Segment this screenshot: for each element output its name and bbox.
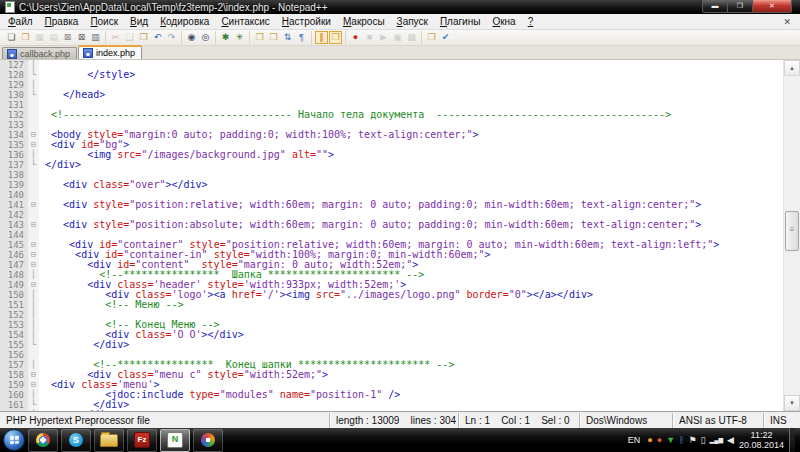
menu-item-Поиск[interactable]: Поиск xyxy=(84,14,124,29)
code-line[interactable]: 144 xyxy=(0,230,800,240)
line-number[interactable]: 135 xyxy=(0,140,28,150)
user-dialog-icon[interactable]: ❒ xyxy=(329,31,342,44)
code-line[interactable]: 127│ xyxy=(0,60,800,70)
macro-play-icon[interactable]: ▶ xyxy=(377,31,390,44)
scroll-down-arrow-icon[interactable]: ▼ xyxy=(784,395,800,411)
line-number[interactable]: 151 xyxy=(0,300,28,310)
line-number[interactable]: 150 xyxy=(0,290,28,300)
code-line[interactable]: 159⊟ <div class='menu'> xyxy=(0,380,800,390)
save-all-icon[interactable]: ▤ xyxy=(47,31,60,44)
line-number[interactable]: 158 xyxy=(0,370,28,380)
fold-collapse-icon[interactable]: ⊟ xyxy=(28,280,39,290)
power-icon[interactable]: ▯ xyxy=(701,430,706,450)
taskbar-explorer-button[interactable] xyxy=(94,429,124,452)
show-symbols-icon[interactable]: ¶ xyxy=(295,31,308,44)
find-icon[interactable]: ◉ xyxy=(185,31,198,44)
taskbar-notepadpp-button[interactable]: N xyxy=(160,429,190,452)
cut-icon[interactable]: ✂ xyxy=(109,31,122,44)
close-button[interactable]: ✕ xyxy=(753,0,792,13)
code-line[interactable]: 132 <!----------------------------------… xyxy=(0,110,800,120)
code-line[interactable]: 137└ </div> xyxy=(0,160,800,170)
code-line[interactable]: 145⊟ <div id="container" style="position… xyxy=(0,240,800,250)
tray-app-red-icon[interactable]: ● xyxy=(657,430,662,450)
menu-item-Настройки[interactable]: Настройки xyxy=(276,14,337,29)
line-number[interactable]: 146 xyxy=(0,250,28,260)
line-number[interactable]: 145 xyxy=(0,240,28,250)
line-number[interactable]: 159 xyxy=(0,380,28,390)
fold-collapse-icon[interactable]: ⊟ xyxy=(28,240,39,250)
code-line[interactable]: 152│ xyxy=(0,310,800,320)
line-number[interactable]: 143 xyxy=(0,220,28,230)
code-line[interactable]: 147⊟ <div id="content" style="margin: 0 … xyxy=(0,260,800,270)
plugin-mime-icon[interactable]: ❒ xyxy=(425,31,438,44)
doc-map-icon[interactable]: ❒ xyxy=(253,31,266,44)
code-line[interactable]: 128└ </style> xyxy=(0,70,800,80)
menu-item-Правка[interactable]: Правка xyxy=(39,14,85,29)
line-number[interactable]: 153 xyxy=(0,320,28,330)
line-number[interactable]: 156 xyxy=(0,350,28,360)
taskbar-filezilla-button[interactable]: Fz xyxy=(127,429,157,452)
code-line[interactable]: 151│ <!-- Меню --> xyxy=(0,300,800,310)
func-list-icon[interactable]: ❒ xyxy=(267,31,280,44)
word-wrap-icon[interactable]: ⇅ xyxy=(281,31,294,44)
tray-update-icon[interactable]: ▼ xyxy=(666,430,675,450)
line-number[interactable]: 136 xyxy=(0,150,28,160)
code-line[interactable]: 150│ <div class='logo'><a href='/'><img … xyxy=(0,290,800,300)
taskbar-chrome-button[interactable] xyxy=(28,429,58,452)
action-center-flag-icon[interactable]: ⚑ xyxy=(689,430,697,450)
line-number[interactable]: 134 xyxy=(0,130,28,140)
copy-icon[interactable]: ❑ xyxy=(123,31,136,44)
maximize-button[interactable]: ❐ xyxy=(728,0,753,13)
code-line[interactable]: 133 xyxy=(0,120,800,130)
zoom-in-icon[interactable]: ✱ xyxy=(219,31,232,44)
close-doc-icon[interactable]: ⊠ xyxy=(61,31,74,44)
line-number[interactable]: 157 xyxy=(0,360,28,370)
line-number[interactable]: 148 xyxy=(0,270,28,280)
line-number[interactable]: 147 xyxy=(0,260,28,270)
macro-record-icon[interactable]: ● xyxy=(349,31,362,44)
menu-item-Файл[interactable]: Файл xyxy=(2,14,39,29)
undo-icon[interactable]: ↶ xyxy=(151,31,164,44)
tab-callback.php[interactable]: callback.php xyxy=(2,47,77,59)
bluetooth-icon[interactable]: ᛒ xyxy=(679,430,684,450)
line-number[interactable]: 129 xyxy=(0,80,28,90)
line-number[interactable]: 152 xyxy=(0,310,28,320)
code-line[interactable]: 141⊟ <div style="position:relative; widt… xyxy=(0,200,800,210)
volume-icon[interactable]: ◀ xyxy=(727,430,734,450)
fold-collapse-icon[interactable]: ⊟ xyxy=(28,200,39,210)
line-number[interactable]: 142 xyxy=(0,210,28,220)
replace-icon[interactable]: ◎ xyxy=(199,31,212,44)
menu-item-Плагины[interactable]: Плагины xyxy=(434,14,487,29)
plugin-check-icon[interactable]: ✔ xyxy=(439,31,452,44)
code-line[interactable]: 157│ <!--**************** Конец шапки **… xyxy=(0,360,800,370)
open-file-icon[interactable]: ❐ xyxy=(19,31,32,44)
menu-item-Кодировка[interactable]: Кодировка xyxy=(154,14,215,29)
taskbar-paint-button[interactable] xyxy=(193,429,223,452)
line-number[interactable]: 127 xyxy=(0,60,28,70)
line-number[interactable]: 161 xyxy=(0,400,28,410)
macro-stop-icon[interactable]: ■ xyxy=(363,31,376,44)
fold-collapse-icon[interactable]: ⊟ xyxy=(28,140,39,150)
menu-item-Макросы[interactable]: Макросы xyxy=(337,14,391,29)
line-number[interactable]: 162 xyxy=(0,410,28,411)
show-desktop-button[interactable] xyxy=(789,428,795,452)
status-encoding[interactable]: ANSI as UTF-8 xyxy=(672,413,763,428)
zoom-out-icon[interactable]: ✳ xyxy=(233,31,246,44)
menu-item-Синтаксис[interactable]: Синтаксис xyxy=(215,14,275,29)
paste-icon[interactable]: ❒ xyxy=(137,31,150,44)
code-line[interactable]: 155└ </div> xyxy=(0,340,800,350)
line-number[interactable]: 132 xyxy=(0,110,28,120)
save-icon[interactable]: ▦ xyxy=(33,31,46,44)
tab-index.php[interactable]: index.php xyxy=(78,45,142,59)
menu-item-Вид[interactable]: Вид xyxy=(124,14,154,29)
fold-collapse-icon[interactable]: ⊟ xyxy=(28,250,39,260)
line-number[interactable]: 154 xyxy=(0,330,28,340)
menu-item-Запуск[interactable]: Запуск xyxy=(391,14,434,29)
line-number[interactable]: 130 xyxy=(0,90,28,100)
start-button[interactable] xyxy=(3,429,25,451)
minimize-button[interactable]: ▬ xyxy=(702,0,728,13)
line-number[interactable]: 144 xyxy=(0,230,28,240)
fold-collapse-icon[interactable]: ⊟ xyxy=(28,130,39,140)
line-number[interactable]: 128 xyxy=(0,70,28,80)
fold-collapse-icon[interactable]: ⊟ xyxy=(28,370,39,380)
